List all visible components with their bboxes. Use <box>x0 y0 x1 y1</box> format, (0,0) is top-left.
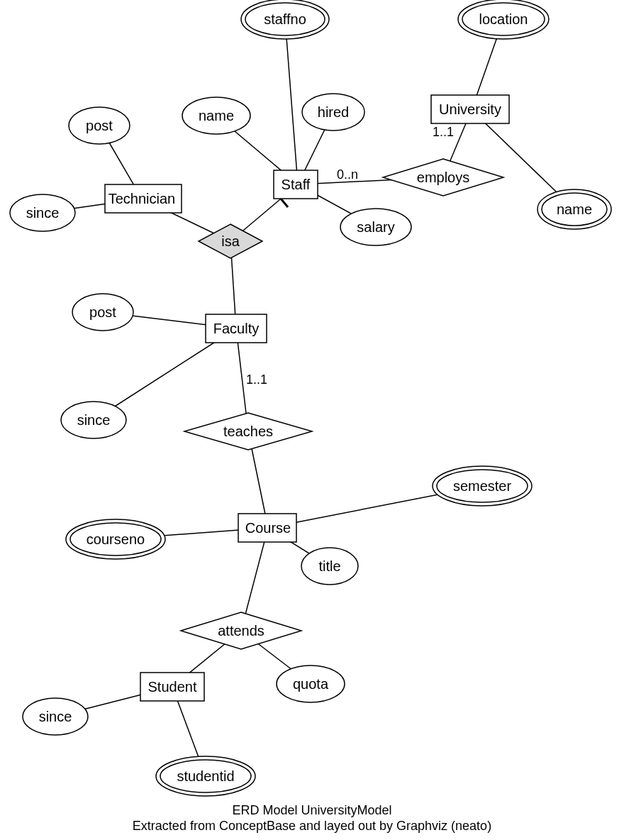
entity-course <box>238 514 296 542</box>
entity-university <box>431 95 509 123</box>
attr-tech-since <box>10 194 75 231</box>
attr-staff-hired <box>302 94 364 131</box>
attr-staff-name <box>182 97 250 134</box>
attr-studentid <box>160 760 251 792</box>
attr-tech-post <box>69 107 130 144</box>
attr-attends-quota <box>277 665 345 702</box>
caption-line1: ERD Model UniversityModel <box>232 803 391 818</box>
attr-semester <box>437 470 528 502</box>
attr-staff-salary <box>340 209 411 245</box>
entity-technician <box>105 184 182 213</box>
isa-arrow-tick <box>281 199 288 207</box>
rel-isa <box>199 224 262 258</box>
attr-uni-name <box>542 193 607 226</box>
attr-courseno <box>70 523 161 556</box>
attr-fac-post <box>72 294 133 331</box>
entity-faculty <box>206 314 267 343</box>
entity-staff <box>274 170 318 199</box>
erd-canvas <box>0 0 624 840</box>
attr-fac-since <box>61 402 126 438</box>
edge-staff-staffno <box>285 19 298 184</box>
caption-line2: Extracted from ConceptBase and layed out… <box>133 819 491 834</box>
rel-teaches <box>184 413 312 450</box>
rel-attends <box>181 612 301 649</box>
rel-employs <box>383 159 503 196</box>
entity-student <box>140 673 204 701</box>
attr-course-title <box>301 548 358 585</box>
attr-staff-staffno <box>245 3 325 35</box>
attr-uni-location <box>462 3 545 35</box>
attr-student-since <box>23 698 88 735</box>
